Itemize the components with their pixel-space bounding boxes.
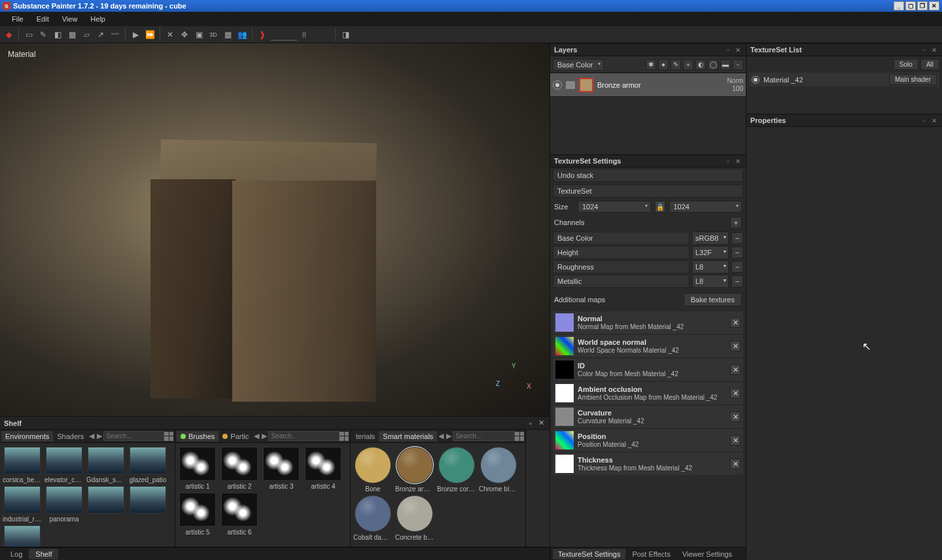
frame-icon[interactable]: ▣ <box>193 29 205 41</box>
undo-stack-row[interactable]: Undo stack <box>553 169 743 182</box>
clear-map-button[interactable]: ✕ <box>730 364 741 375</box>
poly-fill-icon[interactable]: ▱ <box>80 29 92 41</box>
close-icon[interactable]: ✕ <box>930 116 938 124</box>
shelf-item[interactable]: Gdansk_ship... <box>86 447 126 483</box>
map-row[interactable]: PositionPosition Material _42✕ <box>553 429 743 451</box>
menu-file[interactable]: File <box>5 14 30 24</box>
forward-icon[interactable]: ⏩ <box>144 29 156 41</box>
next-icon[interactable]: ▶ <box>445 432 453 440</box>
restore-button[interactable]: ❐ <box>917 1 928 10</box>
main-shader-button[interactable]: Main shader <box>889 74 937 85</box>
brush-icon[interactable]: ✎ <box>37 29 49 41</box>
clear-map-button[interactable]: ✕ <box>730 435 741 446</box>
channel-format-dropdown[interactable]: L32F <box>692 246 729 259</box>
lock-icon[interactable]: 🔒 <box>655 201 665 213</box>
search-input[interactable] <box>103 431 164 441</box>
clear-map-button[interactable]: ✕ <box>730 459 741 469</box>
iray-icon[interactable]: 👥 <box>236 29 248 41</box>
map-row[interactable]: ThicknessThickness Map from Mesh Materia… <box>553 453 743 475</box>
shelf-item[interactable] <box>86 486 126 523</box>
effects-icon[interactable]: ✱ <box>646 60 656 70</box>
shelf-tab[interactable]: Shaders <box>53 431 88 442</box>
smudge-icon[interactable]: 〰 <box>109 29 121 41</box>
maskpaint-icon[interactable]: ✎ <box>671 60 681 70</box>
maximize-button[interactable]: ▢ <box>905 1 916 10</box>
solo-button[interactable]: Solo <box>894 59 918 70</box>
shelf-item[interactable]: Concrete bare <box>395 495 434 541</box>
prev-icon[interactable]: ◀ <box>253 432 260 440</box>
menu-edit[interactable]: Edit <box>30 14 56 24</box>
ortho-icon[interactable]: ▦ <box>222 29 234 41</box>
channel-format-dropdown[interactable]: L8 <box>692 260 729 273</box>
shelf-item[interactable]: Bronze corro... <box>437 447 476 493</box>
map-row[interactable]: Ambient occlusionAmbient Occlusion Map f… <box>553 382 743 404</box>
shelf-tab[interactable]: terials <box>352 431 379 442</box>
shelf-item[interactable] <box>128 486 167 523</box>
tab-post-effects[interactable]: Post Effects <box>627 549 676 559</box>
clear-map-button[interactable]: ✕ <box>730 388 741 398</box>
shelf-undock-icon[interactable]: ▫ <box>526 419 535 428</box>
channel-format-dropdown[interactable]: L8 <box>692 275 729 288</box>
remove-channel-button[interactable]: － <box>731 247 743 258</box>
shelf-item[interactable]: artistic 1 <box>178 447 217 490</box>
next-icon[interactable]: ▶ <box>260 432 268 440</box>
close-icon[interactable]: ✕ <box>930 46 938 54</box>
play-icon[interactable]: ▶ <box>130 29 141 41</box>
close-button[interactable]: ✕ <box>929 1 939 10</box>
shelf-item[interactable]: corsica_beach <box>3 447 42 483</box>
shelf-item[interactable]: artistic 5 <box>178 493 217 536</box>
textureset-row[interactable]: TextureSet <box>553 184 743 198</box>
shelf-item[interactable]: Bronze armor <box>395 447 434 493</box>
fill-icon[interactable]: ● <box>658 60 669 70</box>
close-icon[interactable]: ✕ <box>734 46 742 54</box>
shelf-item[interactable]: artistic 4 <box>304 447 343 490</box>
eraser-icon[interactable]: ◧ <box>52 29 63 41</box>
grid-icon[interactable] <box>164 432 173 441</box>
search-input[interactable] <box>268 431 340 441</box>
last-tool-icon[interactable]: ◨ <box>340 29 351 41</box>
shelf-item[interactable]: panorama <box>44 486 84 523</box>
undock-icon[interactable]: ▫ <box>920 116 928 124</box>
size-height-dropdown[interactable]: 1024 <box>669 201 742 213</box>
map-row[interactable]: IDColor Map from Mesh Material _42✕ <box>553 359 743 381</box>
move-icon[interactable]: ✥ <box>179 29 190 41</box>
add-mask-icon[interactable]: ◐ <box>695 60 706 70</box>
visibility-toggle[interactable] <box>553 80 562 90</box>
symmetry-x-icon[interactable]: ✕ <box>164 29 176 41</box>
tab-ts-settings[interactable]: TextureSet Settings <box>553 549 625 559</box>
clear-map-button[interactable]: ✕ <box>730 317 741 328</box>
shelf-item[interactable]: glazed_patio <box>128 447 167 483</box>
slider-track[interactable] <box>271 29 297 41</box>
close-icon[interactable]: ✕ <box>734 157 742 165</box>
shelf-item[interactable]: artistic 2 <box>220 447 259 490</box>
remove-channel-button[interactable]: － <box>731 275 743 287</box>
shelf-item[interactable]: industrial_room <box>3 486 42 523</box>
channel-format-dropdown[interactable]: sRGB8 <box>692 232 729 245</box>
remove-channel-button[interactable]: － <box>731 232 743 244</box>
channel-dropdown[interactable]: Base Color <box>553 59 604 71</box>
bake-textures-button[interactable]: Bake textures <box>684 293 742 306</box>
next-icon[interactable]: ▶ <box>96 432 103 440</box>
tab-shelf[interactable]: Shelf <box>29 549 58 559</box>
undock-icon[interactable]: ▫ <box>724 46 732 54</box>
size-width-dropdown[interactable]: 1024 <box>578 201 651 213</box>
clear-map-button[interactable]: ✕ <box>730 411 741 422</box>
new-icon[interactable]: ▭ <box>23 29 35 41</box>
radio-icon[interactable] <box>752 76 759 84</box>
remove-channel-button[interactable]: － <box>731 261 743 273</box>
grid-icon[interactable] <box>340 432 349 441</box>
map-row[interactable]: NormalNormal Map from Mesh Material _42✕ <box>553 311 743 334</box>
viewport-3d[interactable]: Material Y X Z <box>0 43 550 416</box>
add-channel-button[interactable]: ＋ <box>730 217 742 228</box>
add-folder-icon[interactable]: ▬ <box>720 60 731 70</box>
grid-icon[interactable] <box>515 432 524 441</box>
shelf-close-icon[interactable]: ✕ <box>536 419 546 428</box>
shelf-tab[interactable]: Brushes <box>177 431 218 442</box>
all-button[interactable]: All <box>920 59 939 70</box>
map-row[interactable]: World space normalWorld Space Normals Ma… <box>553 335 743 357</box>
shelf-item[interactable]: artistic 3 <box>262 447 301 490</box>
shelf-item[interactable] <box>3 525 42 547</box>
clear-map-button[interactable]: ✕ <box>730 341 741 351</box>
menu-view[interactable]: View <box>56 14 84 24</box>
minimize-button[interactable]: _ <box>894 1 904 10</box>
